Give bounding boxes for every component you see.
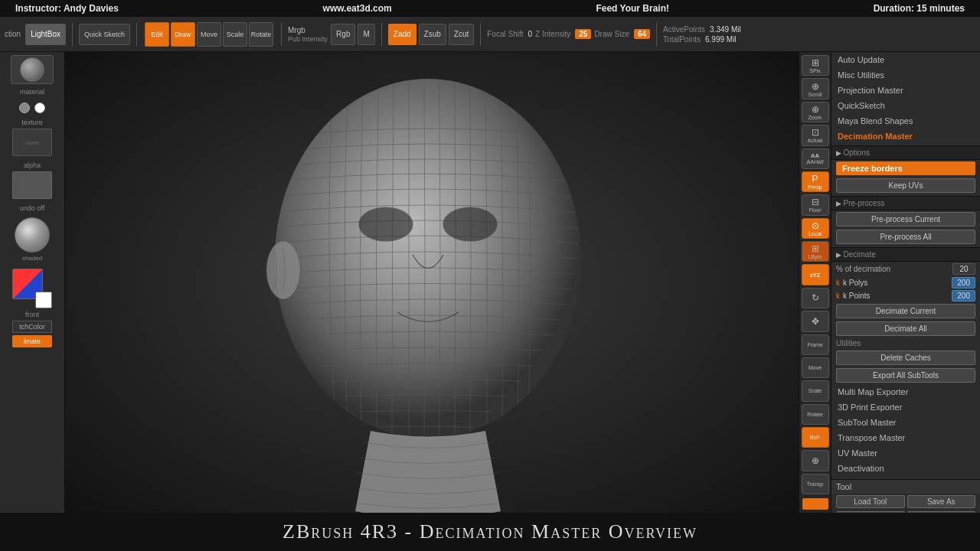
mrgb-group: Mrgb Pub Intensity	[288, 26, 328, 43]
k-points-value[interactable]: 200	[952, 290, 975, 302]
fill-object-button[interactable]: tchColor	[12, 321, 52, 333]
rotate-tool-icon[interactable]: Rotate	[802, 404, 829, 425]
deactivation[interactable]: Deactivation	[831, 461, 980, 476]
multi-map-exporter[interactable]: Multi Map Exporter	[831, 384, 980, 399]
zcut-button[interactable]: Zcut	[449, 24, 474, 45]
front-label: front	[25, 311, 39, 318]
active-points-value: 3.349 Mil	[710, 25, 741, 34]
persp-icon[interactable]: P Persp	[802, 171, 829, 192]
export-button[interactable]: Export	[907, 511, 976, 513]
right-icon-strip: ⊞ SPix ⊕ Scroll ⊕ Zoom ⊡ Actual AA AAHal…	[799, 52, 831, 513]
animate-button[interactable]: imate	[12, 335, 52, 347]
buf-icon[interactable]: BuF	[802, 427, 829, 448]
scale-view-icon[interactable]: Scale	[802, 380, 829, 401]
save-as-button[interactable]: Save As	[907, 495, 976, 508]
color-swatch[interactable]	[12, 269, 52, 308]
pan-icon[interactable]: ✥	[802, 311, 829, 331]
pct-decimation-value[interactable]: 20	[952, 263, 975, 275]
rgb-m-group: Rgb M	[331, 24, 375, 45]
quick-sketch-button[interactable]: Quick Sketch	[79, 24, 130, 45]
pre-process-current-button[interactable]: Pre-process Current	[836, 212, 975, 227]
plugin-auto-update[interactable]: Auto Update	[831, 52, 980, 67]
plugin-maya-blend-shapes[interactable]: Maya Blend Shapes	[831, 113, 980, 129]
edit-button[interactable]: Edit	[145, 22, 169, 47]
rgb-button[interactable]: Rgb	[331, 24, 355, 45]
floor-icon[interactable]: ⊟ Floor	[802, 194, 829, 215]
pre-process-header-label: Pre-process	[844, 199, 885, 207]
plugin-decimation-master[interactable]: Decimation Master	[831, 129, 980, 144]
import-button[interactable]: Import	[836, 511, 905, 513]
k-polys-check: k	[836, 279, 840, 287]
k-polys-value[interactable]: 200	[952, 277, 975, 289]
bottom-bar: ZBrush 4R3 - Decimation Master Overview	[0, 513, 980, 551]
left-sidebar: material texture none alpha undo off sha…	[0, 52, 65, 513]
plugin-projection-master[interactable]: Projection Master	[831, 83, 980, 98]
rotate-view-icon[interactable]: ↻	[802, 288, 829, 308]
lbym-icon[interactable]: ⊞ LBym	[802, 241, 829, 262]
frame-icon[interactable]: Frame	[802, 334, 829, 355]
decimate-all-button[interactable]: Decimate All	[836, 321, 975, 336]
texture-preview[interactable]: none	[12, 129, 52, 156]
alpha-preview[interactable]	[12, 171, 52, 199]
total-points-label: TotalPoints	[663, 35, 701, 44]
pre-process-all-button[interactable]: Pre-process All	[836, 230, 975, 244]
sphere-icon[interactable]	[11, 55, 54, 84]
focal-shift-value: 0	[528, 30, 533, 38]
scroll-icon[interactable]: ⊕ Scroll	[802, 78, 829, 99]
zsub-button[interactable]: Zsub	[419, 24, 446, 45]
move-view-icon[interactable]: Move	[802, 357, 829, 378]
xyz-icon[interactable]: xYZ	[802, 264, 829, 285]
zoom-icon[interactable]: ⊕ Zoom	[802, 102, 829, 122]
m-button[interactable]: M	[358, 24, 374, 45]
sep1	[72, 23, 73, 46]
zadd-button[interactable]: Zadd	[388, 24, 416, 45]
scale-button[interactable]: Scale	[223, 22, 247, 47]
shaded-label: shaded	[22, 255, 42, 262]
tool-section-header: Tool	[831, 480, 980, 494]
transp-icon[interactable]: Transp	[802, 474, 829, 494]
alpha-label: alpha	[24, 161, 41, 169]
plugin-quicksketch[interactable]: QuickSketch	[831, 98, 980, 113]
spix-icon[interactable]: ⊞ SPix	[802, 55, 829, 76]
k-points-check: k	[836, 292, 840, 300]
mrgb-label: Mrgb	[288, 26, 328, 34]
material-sphere[interactable]	[15, 217, 50, 253]
right-panel: Auto Update Misc Utilities Projection Ma…	[831, 52, 980, 513]
color-dot-1[interactable]	[19, 103, 30, 113]
rotate-button[interactable]: Rotate	[249, 22, 273, 47]
subtool-master[interactable]: SubTool Master	[831, 415, 980, 430]
sep5	[480, 23, 481, 46]
move-button[interactable]: Move	[197, 22, 221, 47]
draw-size-value[interactable]: 64	[634, 29, 650, 39]
load-tool-button[interactable]: Load Tool	[836, 495, 905, 508]
color-dot-2[interactable]	[34, 103, 45, 113]
uv-master[interactable]: UV Master	[831, 445, 980, 461]
total-points-value: 6.999 Mil	[705, 35, 737, 44]
undo-label: undo off	[20, 204, 44, 212]
canvas-area[interactable]	[65, 52, 799, 513]
sep2	[136, 23, 137, 46]
actual-icon[interactable]: ⊡ Actual	[802, 125, 829, 145]
tagline-label: Feed Your Brain!	[596, 3, 669, 14]
focal-shift-group: Focal Shift 0	[487, 30, 532, 38]
transpose-master[interactable]: Transpose Master	[831, 430, 980, 445]
z-intensity-value[interactable]: 25	[575, 29, 591, 39]
print-exporter[interactable]: 3D Print Exporter	[831, 399, 980, 415]
freeze-borders-button[interactable]: Freeze borders	[836, 161, 975, 175]
misc-icon[interactable]: ⊕	[802, 450, 829, 471]
aahalf-icon[interactable]: AA AAHalf	[802, 148, 829, 169]
orange-bottom-icon[interactable]	[802, 498, 828, 510]
local-icon[interactable]: ⊙ Local	[802, 218, 829, 239]
section-group: ction	[3, 17, 22, 51]
decimate-current-button[interactable]: Decimate Current	[836, 304, 975, 318]
draw-button[interactable]: Draw	[171, 22, 195, 47]
export-all-subtools-button[interactable]: Export All SubTools	[836, 368, 975, 383]
lightbox-button[interactable]: LightBox	[25, 24, 66, 45]
keep-uvs-button[interactable]: Keep UVs	[836, 178, 975, 193]
k-polys-row: k k Polys 200	[831, 276, 980, 289]
head-render	[65, 52, 799, 513]
points-stats: ActivePoints 3.349 Mil TotalPoints 6.999…	[663, 25, 741, 44]
plugin-misc-utilities[interactable]: Misc Utilities	[831, 67, 980, 83]
zadd-group: Zadd Zsub Zcut	[388, 24, 474, 45]
delete-caches-button[interactable]: Delete Caches	[836, 350, 975, 365]
